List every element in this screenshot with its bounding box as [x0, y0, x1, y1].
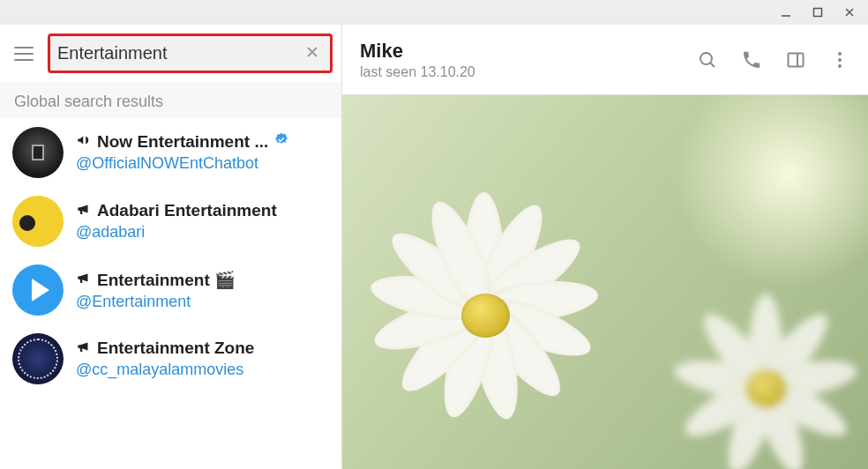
result-title: Entertainment 🎬 — [97, 270, 236, 290]
result-handle: @OfficialNOWEntChatbot — [76, 154, 329, 173]
chat-search-button[interactable] — [697, 49, 718, 71]
megaphone-icon — [76, 270, 92, 289]
app-body: Global search results Now Entertainment … — [0, 25, 868, 469]
result-title: Entertainment Zone — [97, 339, 254, 358]
svg-rect-10 — [789, 53, 804, 66]
search-result-item[interactable]: Now Entertainment ... @OfficialNOWEntCha… — [0, 118, 341, 187]
result-handle: @Entertainment — [76, 293, 329, 311]
clear-search-button[interactable] — [300, 43, 325, 63]
app-window: Global search results Now Entertainment … — [0, 0, 868, 469]
chat-title: Mike — [360, 40, 686, 63]
avatar — [12, 127, 64, 178]
chat-subtitle: last seen 13.10.20 — [360, 64, 686, 80]
window-maximize-button[interactable] — [804, 3, 831, 22]
search-field-highlight — [48, 34, 333, 73]
call-button[interactable] — [741, 49, 762, 71]
background-flower — [369, 201, 598, 430]
chat-background — [342, 95, 868, 469]
svg-line-9 — [710, 63, 715, 67]
svg-point-8 — [700, 53, 712, 64]
window-close-button[interactable] — [836, 3, 863, 22]
result-title: Now Entertainment ... — [97, 132, 268, 152]
result-body: Entertainment Zone @cc_malayalammovies — [76, 339, 329, 379]
search-result-item[interactable]: Entertainment Zone @cc_malayalammovies — [0, 324, 341, 393]
svg-rect-7 — [34, 146, 42, 159]
search-result-item[interactable]: Adabari Entertainment @adabari — [0, 187, 341, 256]
chat-header: Mike last seen 13.10.20 — [342, 25, 868, 95]
avatar — [12, 196, 64, 247]
menu-button[interactable] — [9, 39, 39, 69]
result-handle: @adabari — [76, 223, 329, 242]
avatar — [12, 264, 64, 316]
channel-icon — [76, 132, 92, 152]
window-minimize-button[interactable] — [773, 3, 799, 22]
result-handle: @cc_malayalammovies — [76, 361, 329, 379]
result-body: Entertainment 🎬 @Entertainment — [76, 270, 329, 311]
search-input[interactable] — [56, 40, 300, 67]
search-section-label: Global search results — [0, 82, 341, 118]
chat-title-block[interactable]: Mike last seen 13.10.20 — [360, 40, 686, 80]
verified-icon — [273, 132, 289, 152]
megaphone-icon — [76, 201, 92, 220]
sidebar-top — [0, 25, 341, 82]
side-panel-button[interactable] — [785, 49, 806, 71]
result-title: Adabari Entertainment — [97, 201, 277, 220]
megaphone-icon — [76, 339, 92, 358]
result-body: Now Entertainment ... @OfficialNOWEntCha… — [76, 132, 329, 173]
sidebar: Global search results Now Entertainment … — [0, 25, 342, 469]
titlebar — [0, 0, 868, 25]
svg-point-14 — [838, 64, 842, 68]
search-results-list: Now Entertainment ... @OfficialNOWEntCha… — [0, 118, 341, 469]
search-result-item[interactable]: Entertainment 🎬 @Entertainment — [0, 256, 341, 324]
svg-rect-1 — [814, 9, 822, 17]
svg-point-12 — [838, 52, 842, 56]
avatar — [12, 333, 64, 384]
chat-actions — [697, 49, 850, 71]
background-flower — [674, 298, 859, 469]
svg-point-13 — [838, 58, 842, 62]
chat-pane: Mike last seen 13.10.20 — [342, 25, 868, 469]
more-menu-button[interactable] — [829, 49, 850, 71]
result-body: Adabari Entertainment @adabari — [76, 201, 329, 242]
